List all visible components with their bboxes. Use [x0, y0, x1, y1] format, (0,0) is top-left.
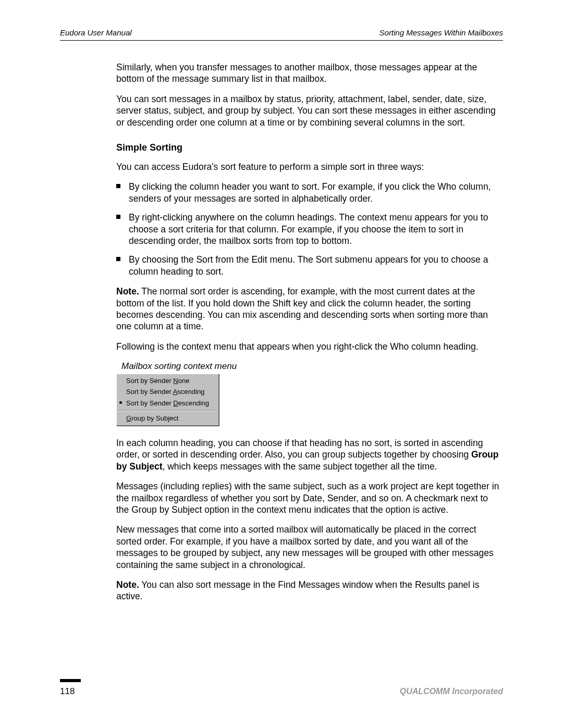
bullet-list: By clicking the column header you want t… [116, 181, 503, 277]
paragraph: You can sort messages in a mailbox by st… [116, 93, 503, 128]
header-left: Eudora User Manual [60, 28, 132, 37]
note-text: You can also sort message in the Find Me… [116, 579, 479, 601]
page-header: Eudora User Manual Sorting Messages With… [60, 28, 503, 40]
note-label: Note. [116, 579, 139, 590]
note-label: Note. [116, 286, 139, 297]
company-name: QUALCOMM Incorporated [400, 687, 503, 696]
paragraph: Following is the context menu that appea… [116, 341, 503, 352]
header-rule [60, 40, 503, 41]
paragraph: In each column heading, you can choose i… [116, 437, 503, 472]
menu-item-label: Sort by Sender Descending [126, 399, 209, 408]
selected-dot-icon [119, 401, 122, 404]
menu-item-sort-descending[interactable]: Sort by Sender Descending [117, 398, 218, 409]
list-item: By choosing the Sort from the Edit menu.… [116, 254, 503, 277]
footer-bar-icon [60, 679, 81, 682]
menu-item-label: Group by Subject [126, 414, 178, 423]
page-footer: 118 QUALCOMM Incorporated [60, 679, 503, 697]
body-content: Similarly, when you transfer messages to… [116, 61, 503, 602]
paragraph: New messages that come into a sorted mai… [116, 524, 503, 571]
note-paragraph: Note. The normal sort order is ascending… [116, 286, 503, 332]
footer-row: 118 QUALCOMM Incorporated [60, 686, 503, 697]
section-heading: Simple Sorting [116, 142, 503, 154]
context-menu: Sort by Sender None Sort by Sender Ascen… [116, 374, 219, 426]
page: Eudora User Manual Sorting Messages With… [0, 0, 563, 728]
note-text: The normal sort order is ascending, for … [116, 286, 488, 331]
list-item: By clicking the column header you want t… [116, 181, 503, 204]
menu-item-sort-ascending[interactable]: Sort by Sender Ascending [117, 386, 218, 398]
header-right: Sorting Messages Within Mailboxes [380, 28, 503, 37]
paragraph: Similarly, when you transfer messages to… [116, 61, 503, 85]
list-item: By right-clicking anywhere on the column… [116, 212, 503, 246]
page-number: 118 [60, 686, 75, 697]
menu-item-group-by-subject[interactable]: Group by Subject [117, 413, 218, 424]
menu-separator [117, 410, 218, 411]
figure-caption: Mailbox sorting context menu [121, 361, 503, 372]
menu-item-label: Sort by Sender None [126, 376, 189, 386]
paragraph: Messages (including replies) with the sa… [116, 480, 503, 515]
menu-item-label: Sort by Sender Ascending [126, 387, 204, 397]
menu-item-sort-none[interactable]: Sort by Sender None [117, 375, 218, 387]
paragraph: You can access Eudora's sort feature to … [116, 161, 503, 172]
note-paragraph: Note. You can also sort message in the F… [116, 579, 503, 602]
